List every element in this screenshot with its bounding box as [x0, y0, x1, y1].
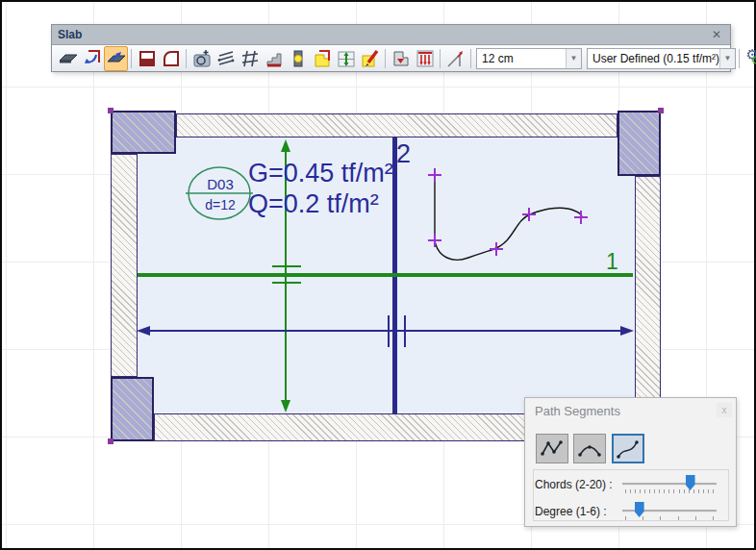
import-boundary-icon[interactable]	[80, 46, 104, 71]
slope-line-icon[interactable]	[443, 46, 467, 71]
slab-toolbar-window: Slab ✕	[51, 24, 731, 72]
slab-titlebar[interactable]: Slab ✕	[52, 25, 730, 45]
chevron-down-icon[interactable]: ▼	[566, 49, 581, 68]
slab-icon[interactable]	[56, 46, 80, 71]
path-segments-panel: Path Segments x Chords (2-20) : Degree (…	[524, 397, 737, 527]
chords-label: Chords (2-20) :	[535, 478, 613, 491]
toolbar-separator	[131, 49, 132, 68]
toolbar-separator	[739, 49, 740, 68]
drop-panel-icon[interactable]	[389, 46, 413, 71]
dead-load-text[interactable]: G=0.45 tf/m²	[248, 161, 393, 187]
load-combobox[interactable]: User Defined (0.15 tf/m²) ▼	[587, 48, 736, 69]
slab-tag-name[interactable]: D03	[196, 177, 244, 191]
live-load-text[interactable]: Q=0.2 tf/m²	[248, 191, 379, 217]
window-title: Slab	[58, 28, 709, 41]
close-icon[interactable]: ✕	[709, 28, 724, 41]
slab-toolbar: 12 cm ▼ User Defined (0.15 tf/m²) ▼ ⚙⚙	[52, 45, 730, 71]
arc-segment-button[interactable]	[573, 434, 606, 463]
slab-tag-thickness[interactable]: d=12	[196, 198, 244, 212]
degree-slider-ticks	[625, 516, 714, 520]
surface-load-icon[interactable]	[413, 46, 437, 71]
corner-fillet-icon[interactable]	[159, 46, 183, 71]
steps-icon[interactable]	[262, 46, 286, 71]
degree-label: Degree (1-6) :	[535, 505, 607, 518]
hatch-region-icon[interactable]	[238, 46, 262, 71]
panel-title: Path Segments	[535, 404, 620, 418]
chevron-down-icon[interactable]: ▼	[719, 49, 735, 68]
opening-icon[interactable]	[135, 46, 159, 71]
axis-2-label[interactable]: 2	[396, 141, 411, 167]
toolbar-separator	[470, 49, 471, 68]
toolbar-separator	[440, 49, 441, 68]
settings-gears-icon[interactable]: ⚙⚙	[743, 46, 756, 71]
spline-segment-button[interactable]	[612, 434, 644, 463]
regions-icon[interactable]	[310, 46, 334, 71]
application-canvas: D03 d=12 G=0.45 tf/m² Q=0.2 tf/m² 2 1 Sl…	[0, 0, 756, 550]
degree-slider[interactable]	[622, 510, 717, 512]
column-light-icon[interactable]	[286, 46, 310, 71]
toolbar-separator	[186, 49, 187, 68]
slab-direction-icon[interactable]	[104, 46, 128, 71]
drill-opening-icon[interactable]	[189, 46, 214, 71]
close-icon[interactable]: x	[717, 403, 732, 417]
thickness-combobox[interactable]: 12 cm ▼	[476, 48, 582, 69]
chords-slider[interactable]	[622, 483, 717, 486]
spline-control-markers[interactable]	[428, 168, 588, 256]
spline-path[interactable]	[428, 168, 588, 260]
polyline-segment-button[interactable]	[536, 434, 568, 463]
thickness-value: 12 cm	[477, 52, 566, 65]
axis-1-line[interactable]	[138, 273, 633, 277]
edit-region-icon[interactable]	[358, 46, 382, 71]
span-direction-icon[interactable]	[334, 46, 358, 71]
load-value: User Defined (0.15 tf/m²)	[588, 52, 719, 65]
toolbar-separator	[385, 49, 386, 68]
match-slope-icon[interactable]	[214, 46, 238, 71]
dimension-horizontal[interactable]	[137, 315, 634, 347]
axis-1-label[interactable]: 1	[606, 251, 618, 273]
chords-slider-ticks	[625, 489, 714, 493]
